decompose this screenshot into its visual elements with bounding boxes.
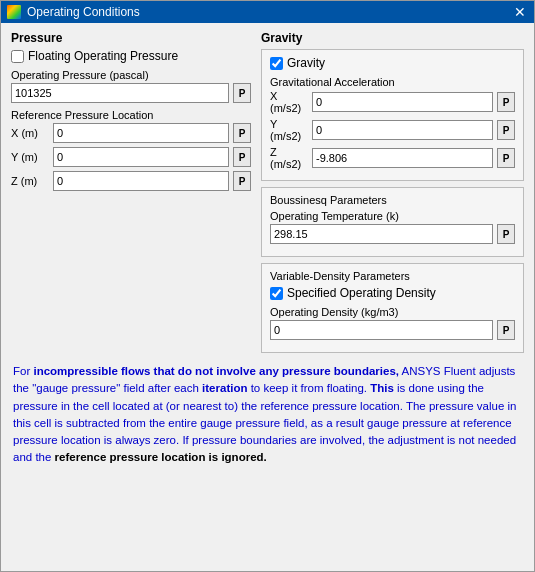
gravity-label[interactable]: Gravity [287,56,325,70]
operating-density-label: Operating Density (kg/m3) [270,306,515,318]
incompressible-text: incompressible flows that do not involve… [33,365,399,377]
floating-pressure-checkbox[interactable] [11,50,24,63]
gravity-x-p-btn[interactable]: P [497,92,515,112]
gravity-z-input[interactable] [312,148,493,168]
gravity-y-input[interactable] [312,120,493,140]
reference-pressure-label: Reference Pressure Location [11,109,251,121]
operating-temp-row: P [270,224,515,244]
gravity-x-row: X (m/s2) P [270,90,515,114]
titlebar: Operating Conditions ✕ [1,1,534,23]
boussinesq-section: Boussinesq Parameters Operating Temperat… [261,187,524,257]
reference-ignored-text: reference pressure location is ignored. [55,451,267,463]
operating-temp-input[interactable] [270,224,493,244]
pressure-z-input[interactable] [53,171,229,191]
boussinesq-p-btn[interactable]: P [497,224,515,244]
main-content: Pressure Floating Operating Pressure Ope… [1,23,534,475]
pressure-x-p-btn[interactable]: P [233,123,251,143]
variable-density-p-btn[interactable]: P [497,320,515,340]
specified-density-label[interactable]: Specified Operating Density [287,286,436,300]
pressure-x-input[interactable] [53,123,229,143]
pressure-section: Pressure Floating Operating Pressure Ope… [11,31,251,353]
gravity-z-p-btn[interactable]: P [497,148,515,168]
pressure-x-label: X (m) [11,127,49,139]
floating-pressure-row: Floating Operating Pressure [11,49,251,63]
operating-pressure-input[interactable] [11,83,229,103]
operating-pressure-p-btn[interactable]: P [233,83,251,103]
gravity-z-label: Z (m/s2) [270,146,308,170]
pressure-z-p-btn[interactable]: P [233,171,251,191]
pressure-x-row: X (m) P [11,123,251,143]
pressure-y-row: Y (m) P [11,147,251,167]
gravity-y-label: Y (m/s2) [270,118,308,142]
gravity-y-row: Y (m/s2) P [270,118,515,142]
pressure-z-row: Z (m) P [11,171,251,191]
pressure-y-input[interactable] [53,147,229,167]
pressure-y-label: Y (m) [11,151,49,163]
gravity-section-label: Gravity [261,31,524,45]
operating-pressure-field-label: Operating Pressure (pascal) [11,69,251,81]
titlebar-left: Operating Conditions [7,5,140,19]
operating-density-input[interactable] [270,320,493,340]
floating-pressure-label[interactable]: Floating Operating Pressure [28,49,178,63]
this-text: This [370,382,394,394]
window-title: Operating Conditions [27,5,140,19]
info-text: For incompressible flows that do not inv… [11,363,524,467]
pressure-y-p-btn[interactable]: P [233,147,251,167]
right-column: Gravity Gravity Gravitational Accelerati… [261,31,524,353]
pressure-z-label: Z (m) [11,175,49,187]
close-button[interactable]: ✕ [512,5,528,19]
grav-accel-label: Gravitational Acceleration [270,76,515,88]
operating-conditions-window: Operating Conditions ✕ Pressure Floating… [0,0,535,572]
specified-density-row: Specified Operating Density [270,286,515,300]
operating-temp-label: Operating Temperature (k) [270,210,515,222]
boussinesq-label: Boussinesq Parameters [270,194,515,206]
gravity-checkbox-row: Gravity [270,56,515,70]
gravity-x-input[interactable] [312,92,493,112]
gravity-x-label: X (m/s2) [270,90,308,114]
gravity-y-p-btn[interactable]: P [497,120,515,140]
specified-density-checkbox[interactable] [270,287,283,300]
gravity-box: Gravity Gravitational Acceleration X (m/… [261,49,524,181]
app-icon [7,5,21,19]
pressure-label: Pressure [11,31,251,45]
variable-density-section: Variable-Density Parameters Specified Op… [261,263,524,353]
iteration-text: iteration [202,382,247,394]
gravity-checkbox[interactable] [270,57,283,70]
gravity-z-row: Z (m/s2) P [270,146,515,170]
columns-layout: Pressure Floating Operating Pressure Ope… [11,31,524,353]
operating-pressure-row: P [11,83,251,103]
variable-density-label: Variable-Density Parameters [270,270,515,282]
operating-density-row: P [270,320,515,340]
